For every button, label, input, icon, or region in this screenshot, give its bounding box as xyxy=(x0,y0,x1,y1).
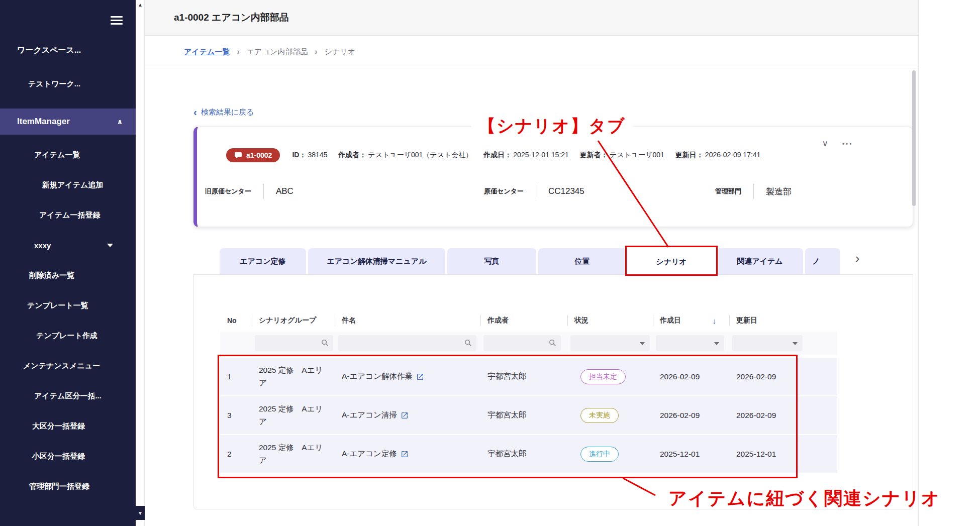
field-value: CC12345 xyxy=(548,186,584,196)
tab-related-items[interactable]: 関連アイテム xyxy=(717,248,803,274)
app-window: ワークスペース... テストワーク... ItemManager ∧ アイテム一… xyxy=(0,0,980,526)
filter-status-select[interactable] xyxy=(570,335,650,351)
meta-label: 更新日： xyxy=(675,151,704,159)
item-id-badge: a1-0002 xyxy=(226,148,280,162)
cell-status: 未実施 xyxy=(567,408,653,423)
sidebar-item-major-category-bulk[interactable]: 大区分一括登録 xyxy=(0,411,136,441)
filter-subject-input[interactable] xyxy=(338,335,476,351)
sidebar: ワークスペース... テストワーク... ItemManager ∧ アイテム一… xyxy=(0,0,136,526)
sidebar-item-deleted-list[interactable]: 削除済み一覧 xyxy=(0,260,136,290)
column-header-scenario-group[interactable]: シナリオグループ xyxy=(252,309,335,332)
more-options-icon[interactable]: ⋯ xyxy=(841,137,853,150)
sort-desc-icon[interactable]: ↓ xyxy=(713,317,717,325)
filter-updated-select[interactable] xyxy=(732,335,803,351)
back-to-results-link[interactable]: ‹ 検索結果に戻る xyxy=(193,107,254,117)
meta-created-date: 作成日：2025-12-01 15:21 xyxy=(483,151,569,160)
page-scrollbar-vertical[interactable]: ▲ ▼ xyxy=(136,0,145,526)
breadcrumb-separator-icon: › xyxy=(315,47,317,56)
sidebar-item-itemmanager[interactable]: ItemManager ∧ xyxy=(0,109,136,135)
sidebar-item-template-list[interactable]: テンプレート一覧 xyxy=(0,290,136,321)
breadcrumb-link-item-list[interactable]: アイテム一覧 xyxy=(184,47,230,57)
cell-created: 2026-02-09 xyxy=(653,372,729,381)
cell-subject[interactable]: A-エアコン解体作業 xyxy=(335,371,480,382)
tab-aircon-teishu[interactable]: エアコン定修 xyxy=(220,248,306,274)
table-header-row: No シナリオグループ 件名 作成者 状況 作成日 ↓ 更新日 xyxy=(220,309,837,332)
sidebar-item-new-item-add[interactable]: 新規アイテム追加 xyxy=(0,170,136,200)
field-admin-department: 管理部門 製造部 xyxy=(715,181,792,201)
field-value: 製造部 xyxy=(766,186,792,197)
scenario-table: No シナリオグループ 件名 作成者 状況 作成日 ↓ 更新日 xyxy=(220,309,837,474)
table-filter-row xyxy=(220,332,837,355)
meta-updated-date: 更新日：2026-02-09 17:41 xyxy=(675,151,761,160)
tab-bar: エアコン定修 エアコン解体清掃マニュアル 写真 位置 シナリオ 関連アイテム ノ xyxy=(220,248,840,274)
menu-icon[interactable] xyxy=(111,16,123,25)
breadcrumb: アイテム一覧 › エアコン内部部品 › シナリオ xyxy=(145,36,918,68)
page-title: a1-0002 エアコン内部部品 xyxy=(174,11,289,24)
item-badge-icon xyxy=(234,152,242,159)
workspace-sub-item[interactable]: テストワーク... xyxy=(28,79,80,89)
field-divider xyxy=(753,184,754,199)
external-link-icon[interactable] xyxy=(401,411,409,419)
table-row[interactable]: 3 2025 定修 Aエリア A-エアコン清掃 宇都宮太郎 未実施 202 xyxy=(220,396,837,434)
tab-photos[interactable]: 写真 xyxy=(447,248,536,274)
main-content: a1-0002 エアコン内部部品 アイテム一覧 › エアコン内部部品 › シナリ… xyxy=(145,0,919,526)
meta-value: 2025-12-01 15:21 xyxy=(513,151,569,159)
sidebar-item-minor-category-bulk[interactable]: 小区分一括登録 xyxy=(0,441,136,471)
itemmanager-label: ItemManager xyxy=(17,117,70,127)
status-badge: 進行中 xyxy=(580,447,619,462)
field-label: 原価センター xyxy=(484,187,524,196)
sidebar-item-maintenance-menu[interactable]: メンテナンスメニュー xyxy=(0,351,136,381)
cell-updated: 2026-02-09 xyxy=(729,372,837,381)
field-cost-center: 原価センター CC12345 xyxy=(484,181,584,201)
field-old-cost-center: 旧原価センター ABC xyxy=(205,181,293,201)
dropdown-caret-icon xyxy=(640,342,645,345)
scroll-up-arrow-icon[interactable]: ▲ xyxy=(136,2,145,8)
column-header-created[interactable]: 作成日 ↓ xyxy=(653,309,729,332)
field-divider xyxy=(263,184,264,199)
table-body: 1 2025 定修 Aエリア A-エアコン解体作業 宇都宮太郎 担当未定 xyxy=(220,358,837,473)
table-row[interactable]: 2 2025 定修 Aエリア A-エアコン定修 宇都宮太郎 進行中 202 xyxy=(220,435,837,473)
field-divider xyxy=(536,184,536,199)
scroll-down-arrow-icon[interactable]: ▼ xyxy=(136,506,145,520)
tab-scenario[interactable]: シナリオ xyxy=(628,248,715,275)
content-scrollbar-thumb[interactable] xyxy=(912,70,916,206)
meta-id: ID：38145 xyxy=(292,151,327,160)
column-header-subject[interactable]: 件名 xyxy=(335,309,480,332)
subject-link[interactable]: A-エアコン定修 xyxy=(342,449,397,459)
table-row[interactable]: 1 2025 定修 Aエリア A-エアコン解体作業 宇都宮太郎 担当未定 xyxy=(220,358,837,395)
status-badge: 担当未定 xyxy=(580,369,626,384)
sidebar-item-template-create[interactable]: テンプレート作成 xyxy=(0,321,136,351)
sidebar-item-item-bulk-register[interactable]: アイテム一括登録 xyxy=(0,200,136,230)
cell-no: 2 xyxy=(220,450,252,459)
filter-created-select[interactable] xyxy=(656,335,724,351)
tab-location[interactable]: 位置 xyxy=(538,248,626,274)
meta-label: 作成日： xyxy=(483,151,512,159)
search-icon xyxy=(464,339,472,347)
sidebar-item-item-list[interactable]: アイテム一覧 xyxy=(0,140,136,170)
column-header-no[interactable]: No xyxy=(220,309,252,332)
cell-created: 2026-02-09 xyxy=(653,411,729,420)
tab-overflow-partial[interactable]: ノ xyxy=(805,248,840,274)
workspace-label[interactable]: ワークスペース... xyxy=(17,45,81,56)
cell-updated: 2026-02-09 xyxy=(729,411,837,420)
sidebar-item-admin-dept-bulk[interactable]: 管理部門一括登録 xyxy=(0,471,136,501)
column-header-updated[interactable]: 更新日 xyxy=(729,309,837,332)
tab-aircon-manual[interactable]: エアコン解体清掃マニュアル xyxy=(308,248,445,274)
column-header-author[interactable]: 作成者 xyxy=(480,309,567,332)
cell-scenario-group: 2025 定修 Aエリア xyxy=(252,442,335,466)
subject-link[interactable]: A-エアコン清掃 xyxy=(342,410,397,420)
cell-subject[interactable]: A-エアコン清掃 xyxy=(335,410,480,420)
column-header-status[interactable]: 状況 xyxy=(567,309,653,332)
external-link-icon[interactable] xyxy=(416,373,424,381)
sidebar-item-xxxy[interactable]: xxxy xyxy=(0,230,136,260)
chevron-left-icon: ‹ xyxy=(193,107,197,117)
tab-scroll-right-button[interactable]: › xyxy=(848,245,866,271)
collapse-chevron-icon[interactable]: ∨ xyxy=(822,138,828,149)
sidebar-item-item-category-bulk[interactable]: アイテム区分一括... xyxy=(0,381,136,411)
external-link-icon[interactable] xyxy=(401,450,409,458)
item-summary-card: ∨ ⋯ a1-0002 ID：38145 作成者：テストユーザ001（テスト会社… xyxy=(193,127,913,227)
meta-label: ID： xyxy=(292,151,306,159)
meta-creator: 作成者：テストユーザ001（テスト会社） xyxy=(338,151,472,160)
subject-link[interactable]: A-エアコン解体作業 xyxy=(342,371,413,382)
cell-subject[interactable]: A-エアコン定修 xyxy=(335,449,480,459)
